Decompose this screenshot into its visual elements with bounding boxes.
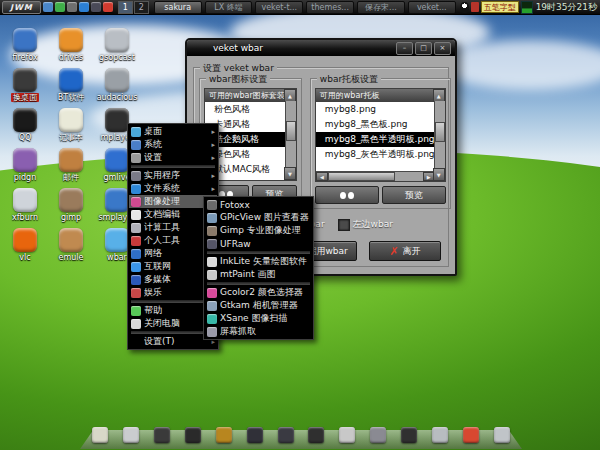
tray-list-header[interactable]: 可用的wbar托板	[316, 89, 445, 102]
action-button[interactable]: ✗ 离开	[369, 241, 441, 261]
vertical-scrollbar[interactable]	[434, 101, 445, 170]
desktop-icon[interactable]: 记事本	[48, 108, 94, 148]
task-button[interactable]: LX 终端	[205, 1, 253, 14]
desktop-icon[interactable]: xfburn	[2, 188, 48, 228]
input-method-indicator[interactable]: 五笔字型	[481, 1, 519, 13]
alarm-icon[interactable]	[103, 2, 113, 12]
menu-item[interactable]: 系统	[129, 138, 217, 151]
picture-frame-icon[interactable]	[432, 427, 448, 443]
window-titlebar[interactable]: veket wbar – □ ×	[187, 40, 455, 56]
penguin-tray-icon[interactable]	[460, 2, 469, 13]
menu-item[interactable]: 实用程序	[129, 169, 217, 182]
desktop-icon[interactable]: pidgn	[2, 148, 48, 188]
submenu-arrow-icon	[211, 128, 215, 136]
film-penguin-icon[interactable]	[308, 427, 324, 443]
display-icon[interactable]	[67, 2, 77, 12]
submenu-item[interactable]: Gimp 专业图像处理	[205, 224, 312, 237]
submenu-item[interactable]: 屏幕抓取	[205, 325, 312, 338]
submenu-item[interactable]: GPicView 图片查看器	[205, 211, 312, 224]
workspace-button[interactable]: 1	[118, 1, 133, 14]
user-icon[interactable]	[43, 2, 53, 12]
submenu-item[interactable]: Gcolor2 颜色选择器	[205, 286, 312, 299]
workspace-button[interactable]: 2	[134, 1, 149, 14]
checkbox-item[interactable]: 左边wbar	[338, 218, 393, 231]
snapshot-icon[interactable]	[494, 427, 510, 443]
desktop-icon[interactable]: gsopcast	[94, 28, 140, 68]
headphones-icon[interactable]	[216, 427, 232, 443]
menu-item[interactable]: 文件系统	[129, 182, 217, 195]
desktop-icon[interactable]: vlc	[2, 228, 48, 268]
submenu-item[interactable]: InkLite 矢量绘图软件	[205, 255, 312, 268]
submenu-item[interactable]	[207, 282, 310, 285]
task-button[interactable]: veket-t...	[255, 1, 303, 14]
submenu-item[interactable]: Fotoxx	[205, 198, 312, 211]
menu-item[interactable]: 设置	[129, 151, 217, 164]
maximize-button[interactable]: □	[415, 42, 432, 55]
desktop-icon[interactable]: drives	[48, 28, 94, 68]
entertainment-icon	[131, 288, 141, 298]
menu-item-label: 系统	[144, 138, 208, 151]
shutdown-icon	[131, 319, 141, 329]
frame-penguin-icon[interactable]	[278, 427, 294, 443]
horizontal-scrollbar[interactable]	[316, 171, 435, 181]
submenu-item[interactable]: mtPaint 画图	[205, 268, 312, 281]
scroll-down-icon[interactable]	[284, 167, 296, 180]
task-button[interactable]: themes...	[306, 1, 354, 14]
photo-icon[interactable]	[339, 427, 355, 443]
scroll-down-icon[interactable]	[433, 168, 445, 181]
penguin-icon[interactable]	[185, 427, 201, 443]
system-monitor-icon[interactable]	[521, 1, 533, 14]
filesystem-icon	[131, 184, 141, 194]
desktop-icon[interactable]: QQ	[2, 108, 48, 148]
iconset-list-header[interactable]: 可用的wbar图标套装	[205, 89, 296, 102]
menu-item[interactable]	[131, 165, 215, 168]
list-item[interactable]: mybg8.png	[316, 102, 435, 117]
submenu-item[interactable]	[207, 251, 310, 254]
desktop-icon[interactable]: audacious	[94, 68, 140, 108]
screen-penguin-icon[interactable]	[370, 427, 386, 443]
list-item[interactable]: mybg8_灰色半透明板.png	[316, 147, 435, 162]
search-panda-icon[interactable]	[401, 427, 417, 443]
gallery-icon[interactable]	[123, 427, 139, 443]
checkbox[interactable]	[338, 219, 350, 231]
plugin-icon[interactable]	[55, 2, 65, 12]
desktop-icon[interactable]: gimp	[48, 188, 94, 228]
submenu-item[interactable]: Gtkam 相机管理器	[205, 299, 312, 312]
desktop-icon[interactable]: firefox	[2, 28, 48, 68]
list-item[interactable]: mybg8_黑色板.png	[316, 117, 435, 132]
lifering-penguin-icon[interactable]	[463, 427, 479, 443]
menu-item[interactable]: 桌面	[129, 125, 217, 138]
submenu-item[interactable]: XSane 图像扫描	[205, 312, 312, 325]
close-button[interactable]: ×	[434, 42, 451, 55]
desktop-icon-label: drives	[57, 53, 85, 62]
jwm-menu-button[interactable]: JWM	[2, 1, 41, 14]
submenu-item-label: 屏幕抓取	[220, 325, 310, 338]
minimize-button[interactable]: –	[396, 42, 413, 55]
folder-icon[interactable]	[92, 427, 108, 443]
scrollbar-thumb[interactable]	[286, 121, 296, 141]
task-button[interactable]: 保存宋...	[357, 1, 405, 14]
fotoxx-icon	[207, 200, 217, 210]
vertical-scrollbar[interactable]	[285, 101, 296, 169]
search-icon[interactable]	[91, 2, 101, 12]
task-button[interactable]: sakura	[154, 1, 202, 14]
globe-icon[interactable]	[247, 427, 263, 443]
list-item[interactable]: mybg8_黑色半透明板.png	[316, 132, 435, 147]
list-item[interactable]: 粉色风格	[205, 102, 286, 117]
preview-button[interactable]: 预览	[382, 186, 446, 204]
tray-list: 可用的wbar托板 mybg8.png mybg8_黑色板.png mybg8_…	[315, 88, 446, 182]
task-button[interactable]: veket...	[408, 1, 456, 14]
desktop-icon[interactable]: 邮件	[48, 148, 94, 188]
menu-item-label: 实用程序	[144, 169, 208, 182]
submenu-item[interactable]: UFRaw	[205, 237, 312, 250]
scrollbar-thumb[interactable]	[328, 172, 395, 181]
scroll-left-icon[interactable]	[316, 172, 328, 181]
input-method-badge-icon[interactable]	[471, 2, 479, 12]
desktop-icon[interactable]: 换桌面	[2, 68, 48, 108]
scrollbar-thumb[interactable]	[435, 122, 445, 142]
preview-eyes-button[interactable]	[315, 186, 379, 204]
desktop-icon[interactable]: BT软件	[48, 68, 94, 108]
sopcast-icon[interactable]	[79, 2, 89, 12]
desktop-icon[interactable]: emule	[48, 228, 94, 268]
music-penguin-icon[interactable]	[154, 427, 170, 443]
